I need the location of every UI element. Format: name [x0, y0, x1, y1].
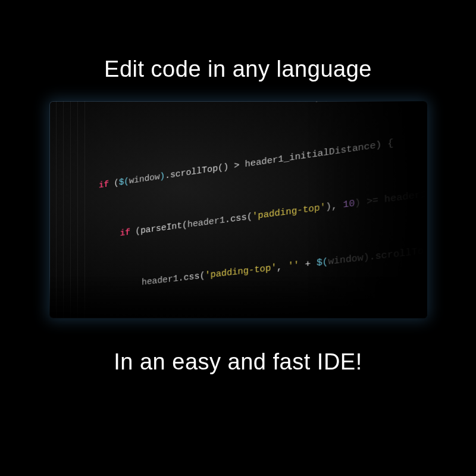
headline-bottom: In an easy and fast IDE! [114, 349, 362, 375]
headline-top: Edit code in any language [104, 57, 372, 82]
editor-gutter [49, 101, 91, 318]
code-screenshot: + header0_initialPadding + 'px'); if ($(… [49, 101, 427, 318]
code-surface: + header0_initialPadding + 'px'); if ($(… [86, 101, 427, 318]
code-keyword: if [99, 180, 109, 190]
code-text: + header0_initialPadding + 'px'); [314, 101, 427, 106]
